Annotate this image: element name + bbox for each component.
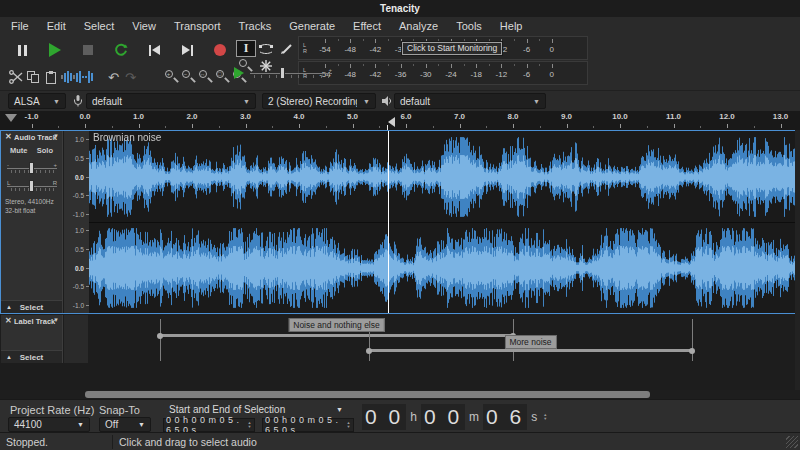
silence-audio-button[interactable] <box>76 67 93 87</box>
menu-file[interactable]: File <box>2 17 38 35</box>
vertical-scrollbar[interactable] <box>795 130 800 390</box>
play-speed-slider[interactable]: + <box>250 67 332 79</box>
track-select-button[interactable]: ▲ Select <box>1 300 62 313</box>
audio-track[interactable]: ✕ Audio Track ▼ Mute Solo -+ LR Stereo, … <box>0 130 795 314</box>
scrollbar-thumb[interactable] <box>85 391 650 398</box>
meter-tick-minor <box>338 39 339 41</box>
meter-scale-value: -36 <box>395 70 407 79</box>
fit-project-button[interactable]: □ <box>214 67 231 87</box>
copy-button[interactable] <box>25 67 42 87</box>
spinner-icon[interactable]: ▲▼ <box>347 421 351 429</box>
recording-channels-select[interactable]: 2 (Stereo) Recording Cha...▼ <box>262 93 376 109</box>
waveform-area[interactable]: Brownian noise <box>89 131 795 313</box>
collapse-icon[interactable]: ▲ <box>6 351 12 364</box>
horizontal-scrollbar[interactable] <box>0 390 800 399</box>
meter-tick <box>426 64 427 68</box>
vertical-scale-ruler[interactable]: 1.00.50.0-0.5-1.01.00.50.0-0.5-1.0 <box>64 131 89 313</box>
gain-slider[interactable]: -+ <box>7 162 57 174</box>
ruler-label: 2.0 <box>186 112 197 121</box>
pinned-play-head-button[interactable] <box>5 114 17 122</box>
record-button[interactable] <box>206 37 234 63</box>
close-track-icon[interactable]: ✕ <box>5 316 12 325</box>
meter-scale-value: -54 <box>319 45 331 54</box>
pause-button[interactable] <box>8 37 36 63</box>
meter-tick-minor <box>464 64 465 66</box>
zoom-in-button[interactable]: + <box>163 67 180 87</box>
label-handle-icon[interactable] <box>689 348 695 354</box>
spinner-icon[interactable]: ▲▼ <box>543 413 547 421</box>
label-handle-icon[interactable] <box>366 348 372 354</box>
menu-tools[interactable]: Tools <box>447 17 491 35</box>
skip-to-start-button[interactable] <box>140 37 168 63</box>
zoom-out-button[interactable]: − <box>180 67 197 87</box>
menu-transport[interactable]: Transport <box>165 17 230 35</box>
label-area[interactable]: Noise and nothing elseMore noise <box>88 314 795 363</box>
label-handle-icon[interactable] <box>157 333 163 339</box>
meter-tick-minor <box>438 64 439 66</box>
label-text[interactable]: Noise and nothing else <box>288 318 384 332</box>
track-title[interactable]: Audio Track <box>14 133 57 142</box>
resize-grip-icon[interactable] <box>786 436 798 448</box>
undo-button[interactable]: ↶ <box>105 67 122 87</box>
label-track-control-panel: ✕ Label Track ▼ ▲ Select <box>1 315 63 363</box>
playback-meter[interactable]: LR -54-48-42-36-30-24-18-12-60 <box>298 61 588 85</box>
menu-select[interactable]: Select <box>75 17 124 35</box>
play-at-speed-button[interactable] <box>234 67 244 79</box>
mute-button[interactable]: Mute <box>10 146 28 155</box>
menu-effect[interactable]: Effect <box>344 17 390 35</box>
solo-button[interactable]: Solo <box>37 146 53 155</box>
zoom-selection-button[interactable]: ↔ <box>197 67 214 87</box>
loop-button[interactable] <box>107 37 135 63</box>
track-select-button[interactable]: ▲ Select <box>1 350 62 363</box>
stop-button[interactable] <box>74 37 102 63</box>
menu-edit[interactable]: Edit <box>38 17 75 35</box>
menu-analyze[interactable]: Analyze <box>390 17 447 35</box>
label-bar[interactable] <box>160 334 513 337</box>
label-track[interactable]: ✕ Label Track ▼ ▲ Select Noise and nothi… <box>0 314 795 363</box>
selection-end-field[interactable]: 0 0 h 0 0 m 0 5 . 6 5 0 s▲▼ <box>262 418 354 432</box>
draw-tool[interactable] <box>276 40 296 57</box>
trim-audio-button[interactable] <box>59 67 76 87</box>
skip-to-end-button[interactable] <box>173 37 201 63</box>
label-stalk[interactable] <box>692 319 693 361</box>
time-digit-group: 0 0 <box>421 404 465 430</box>
menu-generate[interactable]: Generate <box>280 17 344 35</box>
collapse-icon[interactable]: ▲ <box>6 301 12 314</box>
cut-button[interactable] <box>8 67 25 87</box>
pan-slider[interactable]: LR <box>7 180 57 192</box>
envelope-tool[interactable] <box>256 40 276 57</box>
title-bar[interactable]: Tenacity <box>0 0 800 17</box>
redo-button[interactable]: ↷ <box>122 67 139 87</box>
meter-tick <box>527 39 528 43</box>
selection-tool[interactable]: I <box>236 40 256 57</box>
play-button[interactable] <box>41 37 69 63</box>
playback-device-select[interactable]: default▼ <box>394 93 546 109</box>
track-format-info: Stereo, 44100Hz <box>5 198 54 205</box>
ruler-tick <box>192 124 193 128</box>
recording-device-select[interactable]: default▼ <box>86 93 256 109</box>
close-track-icon[interactable]: ✕ <box>5 132 12 141</box>
audio-track-control-panel: ✕ Audio Track ▼ Mute Solo -+ LR Stereo, … <box>1 131 63 313</box>
track-title[interactable]: Label Track <box>14 317 55 326</box>
menu-tracks[interactable]: Tracks <box>230 17 281 35</box>
ruler-tick-minor <box>165 126 166 128</box>
label-text[interactable]: More noise <box>504 335 556 349</box>
meter-tick-minor <box>363 64 364 66</box>
track-menu-icon[interactable]: ▼ <box>53 317 59 323</box>
meter-tick-minor <box>539 39 540 41</box>
spinner-icon[interactable]: ▲▼ <box>248 421 252 429</box>
selection-start-field[interactable]: 0 0 h 0 0 m 0 5 . 6 5 0 s▲▼ <box>163 418 255 432</box>
timeline-ruler[interactable]: -1.00.01.02.03.04.05.06.07.08.09.010.011… <box>0 111 800 130</box>
audio-host-select[interactable]: ALSA▼ <box>8 93 66 109</box>
project-rate-select[interactable]: 44100▼ <box>8 417 90 432</box>
snap-to-select[interactable]: Off▼ <box>99 417 151 432</box>
track-menu-icon[interactable]: ▼ <box>53 133 59 139</box>
menu-view[interactable]: View <box>123 17 165 35</box>
paste-button[interactable] <box>42 67 59 87</box>
label-stalk[interactable] <box>160 319 161 361</box>
menu-help[interactable]: Help <box>491 17 532 35</box>
audio-position-display[interactable]: 0 0h0 0m0 6s▲▼ <box>362 403 547 430</box>
meter-tick <box>350 39 351 43</box>
label-bar[interactable] <box>369 349 692 352</box>
vscale-value: -0.5 <box>73 283 84 290</box>
